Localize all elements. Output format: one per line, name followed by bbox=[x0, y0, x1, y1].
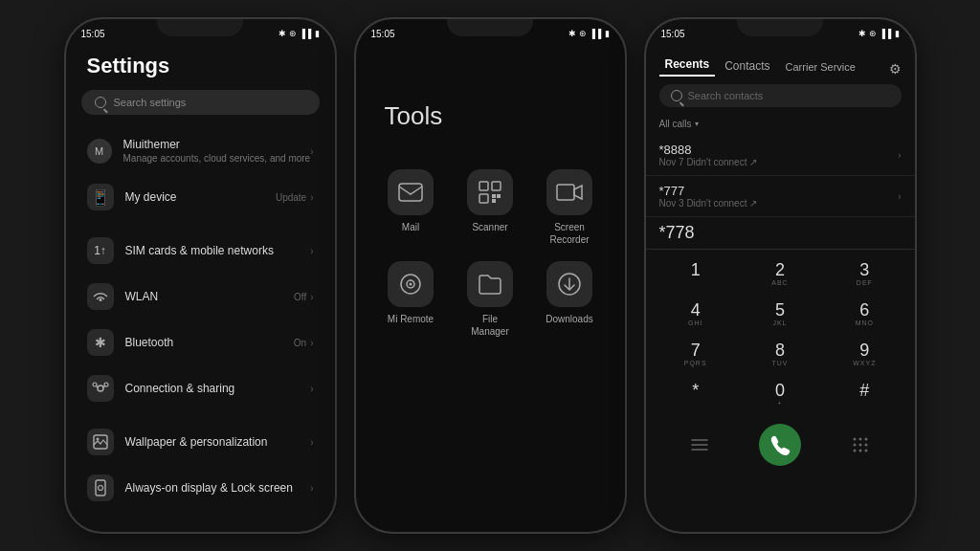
call-number-8888: *8888 bbox=[659, 143, 899, 157]
phone-dialer: 15:05 ✱ ⊛ ▐▐ ▮ Recents Contacts Carrier … bbox=[644, 17, 917, 534]
settings-item-simcards[interactable]: 1↑ SIM cards & mobile networks › bbox=[66, 228, 335, 274]
tool-downloads[interactable]: Downloads bbox=[538, 261, 602, 338]
wallpaper-icon bbox=[87, 429, 114, 455]
svg-rect-16 bbox=[557, 185, 574, 200]
simcards-title: SIM cards & mobile networks bbox=[125, 244, 311, 257]
digit-7: 7 bbox=[691, 342, 701, 359]
letters-9: WXYZ bbox=[853, 360, 876, 366]
battery-icon-2: ▮ bbox=[605, 29, 610, 38]
chevron-icon: › bbox=[310, 338, 313, 348]
bluetooth-status-icon: ✱ bbox=[278, 29, 286, 38]
gear-icon[interactable]: ⚙ bbox=[889, 61, 902, 77]
call-info-8888: *8888 Nov 7 Didn't connect ↗ bbox=[659, 143, 899, 167]
key-7[interactable]: 7 PQRS bbox=[654, 334, 738, 374]
svg-point-30 bbox=[854, 450, 857, 452]
wallpaper-title: Wallpaper & personalization bbox=[125, 435, 311, 449]
digit-3: 3 bbox=[859, 261, 869, 278]
connection-content: Connection & sharing bbox=[125, 382, 311, 395]
settings-item-connection[interactable]: Connection & sharing › bbox=[66, 365, 335, 411]
key-3[interactable]: 3 DEF bbox=[822, 253, 906, 294]
settings-screen: 15:05 ✱ ⊛ ▐▐ ▮ Settings Search settings … bbox=[66, 19, 335, 532]
aod-right: › bbox=[310, 483, 313, 494]
key-star[interactable]: * bbox=[654, 374, 738, 414]
divider-2 bbox=[66, 411, 335, 419]
key-8[interactable]: 8 TUV bbox=[738, 334, 822, 374]
status-icons-1: ✱ ⊛ ▐▐ ▮ bbox=[278, 29, 320, 38]
tool-file-manager[interactable]: FileManager bbox=[458, 261, 523, 338]
settings-item-bluetooth[interactable]: ✱ Bluetooth On › bbox=[66, 320, 335, 365]
search-contacts-placeholder: Search contacts bbox=[688, 90, 764, 101]
call-number-777: *777 bbox=[659, 184, 899, 198]
chevron-icon: › bbox=[310, 146, 313, 157]
digit-star: * bbox=[692, 382, 699, 399]
key-2[interactable]: 2 ABC bbox=[738, 253, 822, 294]
svg-line-4 bbox=[103, 386, 105, 387]
bluetooth-right: On › bbox=[294, 338, 314, 348]
bluetooth-status-icon-3: ✱ bbox=[858, 29, 866, 38]
wlan-right: Off › bbox=[294, 292, 314, 302]
status-icons-3: ✱ ⊛ ▐▐ ▮ bbox=[858, 29, 900, 38]
settings-item-miuithemer[interactable]: M Miuithemer Manage accounts, cloud serv… bbox=[66, 128, 335, 174]
svg-point-0 bbox=[98, 386, 103, 391]
dialpad-button[interactable] bbox=[843, 428, 878, 462]
tool-scanner[interactable]: Scanner bbox=[458, 169, 523, 246]
numpad: 1 2 ABC 3 DEF 4 GHI 5 JKL 6 MNO bbox=[646, 250, 915, 418]
svg-point-24 bbox=[854, 438, 857, 441]
call-chevron-777: › bbox=[898, 191, 901, 202]
dialer-screen: 15:05 ✱ ⊛ ▐▐ ▮ Recents Contacts Carrier … bbox=[646, 19, 915, 532]
bluetooth-status-icon-2: ✱ bbox=[568, 29, 576, 38]
key-9[interactable]: 9 WXYZ bbox=[822, 334, 906, 374]
key-4[interactable]: 4 GHI bbox=[654, 294, 738, 334]
dialer-search-bar[interactable]: Search contacts bbox=[659, 84, 902, 107]
mi-remote-label: Mi Remote bbox=[388, 313, 434, 325]
letters-2: ABC bbox=[771, 279, 788, 286]
dialer-tabs: Recents Contacts Carrier Service ⚙ bbox=[646, 48, 915, 77]
key-6[interactable]: 6 MNO bbox=[822, 294, 906, 334]
settings-search-bar[interactable]: Search settings bbox=[81, 90, 320, 115]
simcards-content: SIM cards & mobile networks bbox=[125, 244, 311, 257]
tool-mail[interactable]: Mail bbox=[379, 169, 443, 246]
status-bar-3: 15:05 ✱ ⊛ ▐▐ ▮ bbox=[661, 25, 900, 42]
svg-line-3 bbox=[96, 386, 98, 387]
dialer-input-display: *778 bbox=[646, 217, 915, 250]
letters-7: PQRS bbox=[684, 360, 707, 366]
key-hash[interactable]: # bbox=[822, 374, 906, 414]
digit-2: 2 bbox=[775, 261, 785, 278]
svg-rect-13 bbox=[492, 194, 496, 198]
key-1[interactable]: 1 bbox=[654, 253, 738, 294]
battery-icon-3: ▮ bbox=[895, 29, 900, 38]
call-item-8888[interactable]: *8888 Nov 7 Didn't connect ↗ › bbox=[646, 135, 915, 176]
key-5[interactable]: 5 JKL bbox=[738, 294, 822, 334]
signal-icon-3: ▐▐ bbox=[880, 29, 892, 38]
svg-point-19 bbox=[410, 283, 412, 286]
all-calls-filter[interactable]: All calls ▾ bbox=[646, 115, 915, 135]
chevron-icon: › bbox=[310, 384, 313, 394]
call-button[interactable] bbox=[759, 424, 801, 466]
settings-item-wallpaper[interactable]: Wallpaper & personalization › bbox=[66, 419, 335, 465]
digit-6: 6 bbox=[859, 301, 869, 319]
call-item-777[interactable]: *777 Nov 3 Didn't connect ↗ › bbox=[646, 176, 915, 217]
menu-button[interactable] bbox=[682, 428, 717, 462]
letters-1 bbox=[694, 279, 697, 286]
tab-recents[interactable]: Recents bbox=[659, 54, 716, 77]
mi-remote-icon bbox=[388, 261, 434, 307]
tool-screen-recorder[interactable]: ScreenRecorder bbox=[538, 169, 602, 246]
chevron-icon: › bbox=[310, 246, 313, 256]
connection-icon bbox=[87, 375, 114, 402]
svg-rect-12 bbox=[479, 194, 488, 203]
tab-carrier[interactable]: Carrier Service bbox=[780, 57, 861, 77]
settings-item-wlan[interactable]: WLAN Off › bbox=[66, 274, 335, 320]
tool-mi-remote[interactable]: Mi Remote bbox=[379, 261, 443, 338]
tools-title: Tools bbox=[356, 44, 625, 160]
key-0[interactable]: 0 + bbox=[738, 374, 822, 414]
aod-icon bbox=[87, 474, 114, 501]
letters-5: JKL bbox=[772, 320, 787, 326]
svg-rect-15 bbox=[492, 199, 496, 203]
settings-item-aod[interactable]: Always-on display & Lock screen › bbox=[66, 465, 335, 511]
divider-1 bbox=[66, 220, 335, 228]
bluetooth-icon: ✱ bbox=[87, 329, 114, 356]
settings-item-mydevice[interactable]: 📱 My device Update › bbox=[66, 174, 335, 220]
mail-icon bbox=[388, 169, 434, 215]
tab-contacts[interactable]: Contacts bbox=[719, 55, 775, 77]
aod-content: Always-on display & Lock screen bbox=[125, 481, 311, 495]
